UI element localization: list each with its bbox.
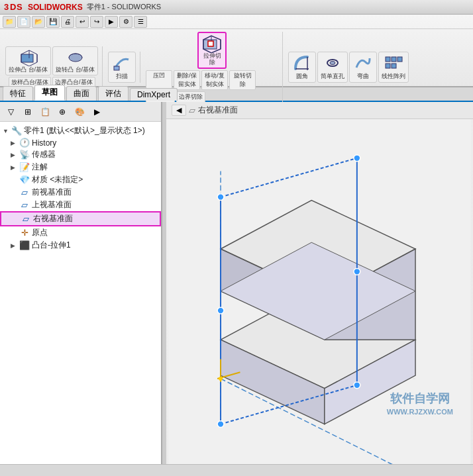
appearance-icon[interactable]: 🎨 <box>72 105 87 119</box>
move-copy-button[interactable]: 移动/复制实体 <box>201 70 228 90</box>
toolbar-top-row: 📁 📄 📂 💾 🖨 ↩ ↪ ▶ ⚙ ☰ <box>0 15 473 29</box>
tree-item-history[interactable]: ▶ 🕐 History <box>0 137 161 148</box>
boss-extrude-button[interactable]: 拉伸凸 台/基体 <box>5 46 51 75</box>
simple-hole-icon <box>322 54 343 72</box>
svg-rect-13 <box>208 41 213 46</box>
filter-icon[interactable]: ▽ <box>3 105 19 119</box>
3d-scene[interactable]: 软件自学网 WWW.RJZXW.COM <box>166 119 473 476</box>
tree-item-right-plane[interactable]: ▱ 右视基准面 <box>0 211 161 226</box>
sensor-label: 传感器 <box>32 149 56 160</box>
save-icon[interactable]: 💾 <box>46 16 60 28</box>
app-logo: 3 D S <box>4 1 23 13</box>
options-icon[interactable]: ☰ <box>134 16 147 28</box>
root-icon: 🔧 <box>11 126 23 136</box>
tree-root[interactable]: ▼ 🔧 零件1 (默认<<默认>_显示状态 1>) <box>0 124 161 137</box>
sweep-button[interactable]: 扫描 <box>108 52 136 83</box>
boundary-cut-button[interactable]: 边界切除 <box>176 91 205 103</box>
boss-extrude-icon <box>18 48 39 67</box>
view-plane-label: 右视基准面 <box>198 105 238 116</box>
redo-icon[interactable]: ↪ <box>90 16 103 28</box>
open-icon[interactable]: 📂 <box>32 16 45 28</box>
window-title: 零件1 - SOLIDWORKS <box>87 2 469 12</box>
feature-manager-icon[interactable]: ⊞ <box>20 105 36 119</box>
revolve-boss-icon <box>65 48 86 67</box>
annotation-label: 注解 <box>32 162 48 173</box>
tree-item-top-plane[interactable]: ▱ 上视基准面 <box>0 199 161 211</box>
history-arrow: ▶ <box>11 140 19 146</box>
top-plane-label: 上视基准面 <box>32 199 72 211</box>
svg-rect-3 <box>21 54 33 62</box>
tree-item-origin[interactable]: ✛ 原点 <box>0 226 161 239</box>
revolve-cut-button[interactable]: 旋转切除 <box>229 70 256 90</box>
rebuild-icon[interactable]: ⚙ <box>119 16 132 28</box>
front-plane-icon: ▱ <box>19 187 30 197</box>
tree-item-annotation[interactable]: ▶ 📝 注解 <box>0 161 161 173</box>
main-area: ▽ ⊞ 📋 ⊕ 🎨 ▶ ▼ 🔧 零件1 (默认<<默认>_显示状态 1>) ▶ … <box>0 102 473 476</box>
tree-item-sensor[interactable]: ▶ 📡 传感器 <box>0 148 161 161</box>
configuration-icon[interactable]: ⊕ <box>54 105 70 119</box>
svg-point-17 <box>330 61 335 64</box>
svg-rect-8 <box>114 66 119 70</box>
sweep-icon <box>111 54 132 72</box>
svg-rect-22 <box>392 64 396 68</box>
history-label: History <box>32 138 56 148</box>
fillet-button[interactable]: 圆角 <box>288 52 316 83</box>
property-manager-icon[interactable]: 📋 <box>37 105 53 119</box>
front-plane-label: 前视基准面 <box>32 187 72 198</box>
tab-surface[interactable]: 曲面 <box>66 86 97 101</box>
svg-text:3: 3 <box>4 2 9 12</box>
svg-point-41 <box>217 421 224 428</box>
svg-text:S: S <box>17 2 23 12</box>
expand-icon[interactable]: ▶ <box>89 105 105 119</box>
fillet-icon <box>291 54 313 72</box>
tab-sketch[interactable]: 草图 <box>34 85 65 101</box>
svg-point-43 <box>354 268 360 275</box>
viewport: ◀ ▱ 右视基准面 <box>166 102 473 476</box>
svg-point-47 <box>219 377 223 381</box>
new-icon[interactable]: 📄 <box>17 16 30 28</box>
delete-body-button[interactable]: 删除/保留实体 <box>174 70 200 90</box>
tree-item-front-plane[interactable]: ▱ 前视基准面 <box>0 186 161 199</box>
menu-icon[interactable]: 📁 <box>3 16 16 28</box>
right-plane-label: 右视基准面 <box>33 213 73 224</box>
svg-rect-18 <box>386 57 390 62</box>
tab-evaluate[interactable]: 评估 <box>98 86 129 101</box>
right-plane-icon: ▱ <box>20 214 32 224</box>
tree-item-material[interactable]: 💎 材质 <未指定> <box>0 173 161 186</box>
simple-hole-button[interactable]: 简单直孔 <box>317 52 348 83</box>
svg-rect-21 <box>386 64 390 68</box>
extrude-cut-button[interactable]: 拉伸切除 <box>197 32 227 69</box>
annotation-icon: 📝 <box>19 162 30 172</box>
origin-icon: ✛ <box>19 228 30 238</box>
print-icon[interactable]: 🖨 <box>61 16 74 28</box>
viewport-header: ◀ ▱ 右视基准面 <box>166 102 473 119</box>
view-selector-button[interactable]: ◀ <box>172 105 186 116</box>
scan-group: 扫描 <box>107 52 140 83</box>
select-icon[interactable]: ▶ <box>105 16 118 28</box>
title-bar: 3 D S SOLIDWORKS 零件1 - SOLIDWORKS <box>0 0 473 15</box>
tab-feature[interactable]: 特征 <box>3 86 33 101</box>
svg-point-39 <box>217 194 224 201</box>
origin-label: 原点 <box>32 227 48 238</box>
svg-point-42 <box>354 155 360 162</box>
annotation-arrow: ▶ <box>11 164 19 171</box>
undo-icon[interactable]: ↩ <box>76 16 89 28</box>
svg-point-40 <box>217 307 224 314</box>
history-icon: 🕐 <box>19 138 30 148</box>
flex-icon <box>352 54 374 72</box>
tree-item-boss-extrude[interactable]: ▶ ⬛ 凸台-拉伸1 <box>0 239 161 252</box>
svg-rect-20 <box>397 57 402 62</box>
material-icon: 💎 <box>19 175 30 185</box>
tab-dimxpert[interactable]: DimXpert <box>130 88 178 101</box>
right-tools-group: 圆角 简单直孔 <box>287 52 413 83</box>
revolve-boss-button[interactable]: 旋转凸 台/基体 <box>52 46 98 75</box>
linear-pattern-button[interactable]: 线性阵列 <box>378 52 409 83</box>
dimple-button[interactable]: 压凹 <box>146 70 172 90</box>
material-label: 材质 <未指定> <box>32 174 83 185</box>
flex-button[interactable]: 弯曲 <box>349 52 377 83</box>
toolbar: 📁 📄 📂 💾 🖨 ↩ ↪ ▶ ⚙ ☰ <box>0 15 473 87</box>
icon-toolbar: ▽ ⊞ 📋 ⊕ 🎨 ▶ <box>0 102 161 122</box>
root-arrow: ▼ <box>3 128 11 134</box>
top-plane-icon: ▱ <box>19 200 30 210</box>
svg-rect-19 <box>392 57 396 62</box>
